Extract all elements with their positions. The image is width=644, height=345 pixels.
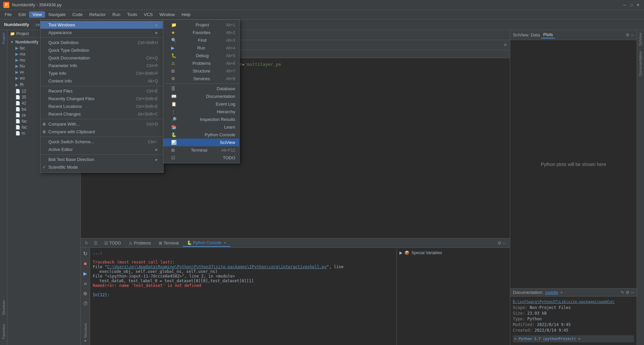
console-output[interactable]: ...: Traceback (most recent call last): … xyxy=(90,248,396,345)
view-menu-recent-changes[interactable]: Recent Changes Alt+Shift+C xyxy=(40,110,163,118)
settings-icon[interactable]: ⚙ xyxy=(498,240,502,245)
view-menu-quick-switch[interactable]: Quick Switch Scheme... Ctrl+` xyxy=(40,138,163,146)
menu-navigate[interactable]: Navigate xyxy=(45,11,69,18)
tw-documentation[interactable]: 📖 Documentation xyxy=(163,93,239,100)
left-tab-favorites[interactable]: Favorites xyxy=(0,321,7,342)
recent-locations-shortcut: Ctrl+Shift+E xyxy=(136,104,158,109)
doc-close-icon[interactable]: × xyxy=(560,290,563,295)
view-menu-recent-locations[interactable]: Recent Locations Ctrl+Shift+E xyxy=(40,103,163,110)
doc-edit-icon[interactable]: ✎ xyxy=(621,290,624,295)
console-format-btn[interactable]: ⊟ xyxy=(81,279,90,288)
sciview-label: SciView: xyxy=(513,32,530,37)
tw-sciview[interactable]: 📊 SciView xyxy=(163,139,239,146)
doc-minimize-icon[interactable]: ─ xyxy=(631,290,634,295)
console-timer-btn[interactable]: ⏱ xyxy=(81,299,90,308)
file-path-link[interactable]: C:\Users\zqj\AppData\Roaming\Python\Pyth… xyxy=(107,265,326,269)
console-run-btn[interactable]: ▶ xyxy=(81,269,90,278)
bottom-tab-terminal[interactable]: ⊞ Terminal xyxy=(155,240,183,246)
view-menu-appearance[interactable]: Appearance xyxy=(40,29,163,36)
right-tab-documentation[interactable]: Documentation xyxy=(637,48,644,78)
view-menu-compare-clipboard[interactable]: ⊕ Compare with Clipboard xyxy=(40,128,163,136)
view-menu-scientific[interactable]: ✓ Scientific Mode xyxy=(40,163,163,171)
menu-refactor[interactable]: Refactor xyxy=(86,11,109,18)
minimize-panel-icon[interactable]: ─ xyxy=(503,240,506,245)
favorites-label: Favorites xyxy=(193,30,210,35)
menu-window[interactable]: Window xyxy=(156,11,178,18)
file-icon: 📄 xyxy=(15,131,20,136)
console-stop-btn[interactable]: ■ xyxy=(81,259,90,268)
file-icon: 📄 xyxy=(15,89,20,94)
python-console-close[interactable]: × xyxy=(224,240,226,245)
console-file-link: File "C:\Users\zqj\AppData\Roaming\Pytho… xyxy=(93,265,394,269)
maximize-button[interactable]: □ xyxy=(629,2,634,8)
tw-debug[interactable]: 🐛 Debug Alt+5 xyxy=(163,52,239,59)
sciview-plots-tab[interactable]: Plots xyxy=(541,31,555,38)
menu-tools[interactable]: Tools xyxy=(124,11,140,18)
left-tab-structure[interactable]: Structure xyxy=(0,298,7,318)
left-tab-project[interactable]: Project xyxy=(0,30,7,47)
console-toolbar-list[interactable]: ☰ xyxy=(91,240,100,245)
tw-favorites[interactable]: ★ Favorites Alt+2 xyxy=(163,29,239,36)
doc-settings-icon[interactable]: ⚙ xyxy=(626,290,630,295)
view-menu-active-editor[interactable]: Active Editor xyxy=(40,146,163,153)
tw-learn[interactable]: 📚 Learn xyxy=(163,123,239,131)
tw-database[interactable]: 🗄 Database xyxy=(163,85,239,93)
recent-changes-label: Recent Changes xyxy=(48,112,81,117)
menu-vcs[interactable]: VCS xyxy=(140,11,156,18)
sciview-settings-icon[interactable]: ⚙ xyxy=(626,32,630,37)
run-icon: ▶ xyxy=(171,45,175,50)
right-tab-sciview[interactable]: SciView xyxy=(637,30,644,48)
sciview-minimize-icon[interactable]: ─ xyxy=(631,32,634,37)
tw-find[interactable]: 🔍 Find Alt+3 xyxy=(163,36,239,44)
view-menu-quick-doc[interactable]: Quick Documentation Ctrl+Q xyxy=(40,54,163,62)
tw-hierarchy[interactable]: ⋮ Hierarchy xyxy=(163,108,239,116)
tw-problems[interactable]: ⚠ Problems Alt+6 xyxy=(163,59,239,67)
view-menu[interactable]: Tool Windows Appearance Quick Definition… xyxy=(40,19,164,173)
tw-inspection[interactable]: 🔎 Inspection Results xyxy=(163,116,239,123)
search-close-icon[interactable]: ✕ xyxy=(504,42,507,47)
problems-label: Problems xyxy=(193,61,211,66)
view-menu-recently-changed[interactable]: Recently Changed Files Ctrl+Shift+E xyxy=(40,95,163,103)
menu-view[interactable]: View xyxy=(29,11,45,18)
view-menu-recent-files[interactable]: Recent Files Ctrl+E xyxy=(40,87,163,95)
menu-file[interactable]: File xyxy=(1,11,15,18)
view-menu-bidi[interactable]: Bidi Text Base Direction xyxy=(40,156,163,163)
bottom-tab-todo[interactable]: ☑ TODO xyxy=(100,240,125,246)
doc-path[interactable]: D:\software\Python37\Lib\site-packages\p… xyxy=(513,300,615,304)
tw-python-console[interactable]: 🐍 Python Console xyxy=(163,131,239,139)
tool-windows-submenu[interactable]: 📁 Project Alt+1 ★ Favorites Alt+2 🔍 Find… xyxy=(163,19,240,163)
python-version-bar[interactable]: < Python 3.7 (pythonProject) > xyxy=(513,335,634,342)
console-reload-btn[interactable]: ↻ xyxy=(81,249,90,258)
file-icon: 📄 xyxy=(15,125,20,130)
view-menu-tool-windows[interactable]: Tool Windows xyxy=(40,21,163,29)
close-button[interactable]: ✕ xyxy=(635,2,641,8)
view-menu-compare-with[interactable]: ⊕ Compare With... Ctrl+D xyxy=(40,120,163,128)
tw-eventlog[interactable]: 📋 Event Log xyxy=(163,100,239,108)
console-toolbar-reload[interactable]: ↻ xyxy=(82,240,91,245)
console-structure-btn[interactable]: Structure xyxy=(81,326,90,335)
menu-edit[interactable]: Edit xyxy=(15,11,29,18)
tw-project[interactable]: 📁 Project Alt+1 xyxy=(163,21,239,29)
toolbar-separator-1 xyxy=(34,21,34,28)
console-settings-btn[interactable]: ⚙ xyxy=(81,289,90,298)
view-menu-quick-type-def[interactable]: Quick Type Definition xyxy=(40,46,163,54)
tw-run[interactable]: ▶ Run Alt+4 xyxy=(163,44,239,52)
menu-help[interactable]: Help xyxy=(178,11,194,18)
tw-structure[interactable]: ⊞ Structure Alt+7 xyxy=(163,67,239,75)
todo-icon: ☑ xyxy=(171,155,175,160)
view-menu-param-info[interactable]: Parameter Info Ctrl+P xyxy=(40,62,163,69)
find-label: Find xyxy=(198,38,207,43)
view-menu-type-info[interactable]: Type Info Ctrl+Shift+P xyxy=(40,69,163,77)
view-menu-quick-definition[interactable]: Quick Definition Ctrl+Shift+I xyxy=(40,39,163,46)
menu-code[interactable]: Code xyxy=(69,11,86,18)
bottom-tab-python-console[interactable]: 🐍 Python Console × xyxy=(183,239,231,247)
console-prompt[interactable]: In[12]: xyxy=(93,293,394,297)
view-menu-context-info[interactable]: Context Info Alt+Q xyxy=(40,77,163,85)
minimize-button[interactable]: ─ xyxy=(622,2,627,8)
tw-todo[interactable]: ☑ TODO xyxy=(163,154,239,162)
special-vars-header[interactable]: ▶ 📦 Special Variables xyxy=(399,250,507,255)
tw-terminal[interactable]: ⊞ Terminal Alt+F12 xyxy=(163,146,239,154)
bottom-tab-problems[interactable]: ⚠ Problems xyxy=(125,240,155,246)
menu-run[interactable]: Run xyxy=(109,11,124,18)
tw-services[interactable]: ⚙ Services Alt+8 xyxy=(163,75,239,82)
